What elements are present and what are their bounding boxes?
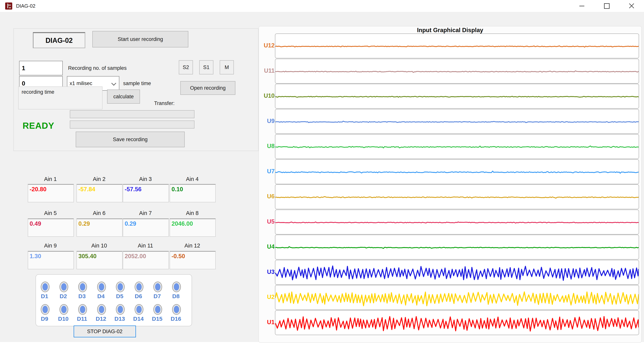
ain-value-box: 0.49	[28, 218, 74, 237]
channel-trace-u7	[275, 171, 639, 173]
status-text: READY	[22, 120, 54, 131]
channel-trace-u3	[275, 266, 639, 280]
led-icon	[155, 283, 160, 290]
diag-02-window: DIAG-02 DIAG-02 Start user recording Rec…	[0, 0, 644, 350]
channel-strip-u3	[275, 260, 639, 285]
recording-time-box: recording time	[18, 86, 102, 110]
led-label: D12	[92, 316, 110, 322]
ain-label: Ain 7	[123, 210, 168, 216]
recording-time-label: recording time	[22, 89, 54, 95]
led-indicator-d13	[116, 304, 125, 315]
channel-strip-u7	[275, 159, 639, 184]
led-label: D9	[35, 316, 54, 322]
ain-label: Ain 5	[28, 210, 73, 216]
channel-strip-u11	[275, 59, 639, 84]
ain-label: Ain 2	[76, 176, 122, 182]
ain-value-box: -0.50	[170, 251, 216, 269]
led-label: D14	[129, 316, 148, 322]
led-indicator-d9	[41, 304, 50, 315]
channel-label-u7: U7	[248, 168, 274, 175]
ain-value-box: -57.84	[76, 184, 122, 202]
led-indicator-d10	[60, 304, 68, 315]
ain-value: 305.40	[77, 252, 122, 260]
led-icon	[174, 306, 179, 313]
ain-label: Ain 10	[76, 242, 122, 249]
s1-button[interactable]: S1	[199, 60, 214, 74]
transfer-label: Transfer:	[154, 100, 174, 107]
led-label: D16	[167, 316, 185, 322]
ain-value-box: 1.30	[28, 251, 74, 269]
open-recording-button[interactable]: Open recording	[180, 81, 236, 95]
led-icon	[136, 283, 142, 290]
channel-trace-u1	[275, 316, 639, 331]
led-indicator-d2	[60, 282, 68, 292]
ain-label: Ain 1	[28, 176, 73, 182]
ain-label: Ain 9	[28, 242, 73, 249]
samples-count-input[interactable]	[19, 61, 63, 75]
ain-value: 2052.00	[123, 252, 168, 260]
ain-value-box: -57.56	[123, 184, 169, 202]
channel-strip-u2	[275, 285, 639, 310]
ain-value: 2046.00	[170, 219, 215, 227]
ain-label: Ain 11	[123, 242, 168, 249]
ain-value: 1.30	[28, 252, 74, 260]
led-indicator-d14	[134, 304, 144, 315]
ain-value: 0.29	[77, 219, 122, 227]
ain-value: 0.29	[123, 219, 168, 227]
minimize-button[interactable]	[570, 0, 594, 12]
ain-value-box: -20.80	[28, 184, 74, 202]
led-icon	[42, 306, 48, 313]
maximize-button[interactable]	[594, 0, 619, 12]
led-indicator-d4	[97, 282, 106, 292]
close-button[interactable]	[619, 0, 644, 12]
channel-label-u6: U6	[248, 192, 274, 200]
channel-trace-u4	[275, 247, 639, 248]
titlebar: DIAG-02	[0, 0, 644, 12]
channel-label-u10: U10	[248, 92, 274, 100]
ain-value-box: 2046.00	[170, 218, 216, 237]
ain-value: -0.50	[170, 252, 215, 260]
minimize-icon	[579, 6, 584, 6]
channel-strip-u10	[275, 84, 639, 109]
led-label: D1	[35, 293, 54, 300]
calculate-button[interactable]: calculate	[107, 90, 140, 104]
led-icon	[155, 306, 160, 313]
start-user-recording-button[interactable]: Start user recording	[92, 31, 188, 48]
led-indicator-d7	[153, 282, 162, 292]
transfer-progressbar-1	[70, 110, 194, 118]
ain-value-box: 0.29	[76, 218, 122, 237]
led-indicator-d12	[97, 304, 106, 315]
stop-diag-button[interactable]: STOP DIAG-02	[74, 326, 136, 338]
led-indicator-d1	[41, 282, 50, 292]
channel-trace-u6	[275, 196, 639, 198]
m-button[interactable]: M	[220, 60, 234, 74]
close-icon	[628, 3, 635, 9]
window-bottom-edge	[0, 342, 644, 350]
save-recording-button[interactable]: Save recording	[76, 132, 185, 147]
ain-value: -57.84	[77, 185, 122, 193]
channel-trace-u10	[275, 96, 639, 97]
graph-title: Input Graphical Display	[258, 27, 642, 34]
led-icon	[61, 306, 66, 313]
led-label: D2	[54, 293, 72, 300]
ain-value-box: 0.29	[123, 218, 169, 237]
s2-button[interactable]: S2	[179, 60, 193, 74]
ain-value-box: 305.40	[76, 251, 122, 269]
chevron-down-icon	[111, 81, 116, 86]
ain-label: Ain 12	[170, 242, 215, 249]
channel-strip-u12	[275, 34, 639, 58]
channel-trace-u11	[275, 71, 639, 72]
transfer-progressbar-2	[70, 120, 194, 128]
ain-label: Ain 8	[170, 210, 215, 216]
channel-label-u12: U12	[248, 42, 274, 49]
maximize-icon	[604, 3, 610, 9]
sample-time-caption: sample time	[123, 76, 151, 91]
led-label: D15	[148, 316, 166, 322]
led-icon	[61, 283, 66, 290]
led-indicator-d16	[172, 304, 181, 315]
channel-strip-u1	[275, 310, 639, 335]
led-label: D6	[129, 293, 148, 300]
led-icon	[42, 283, 48, 290]
led-label: D10	[54, 316, 72, 322]
ain-value-box: 2052.00	[123, 251, 169, 269]
